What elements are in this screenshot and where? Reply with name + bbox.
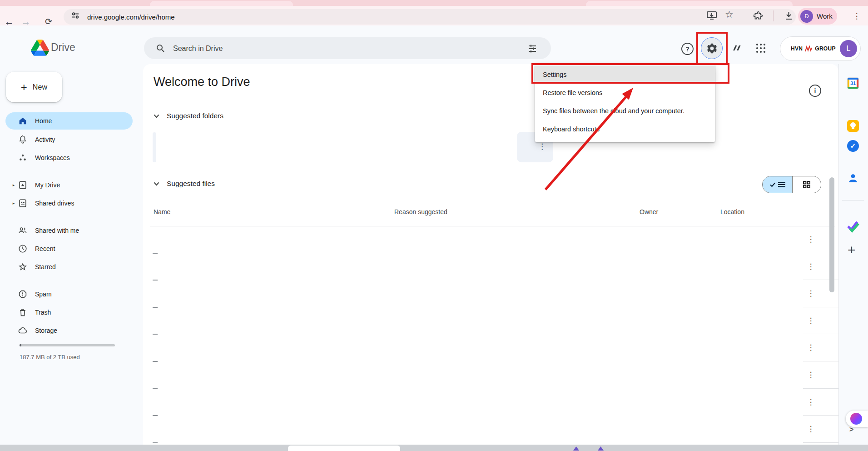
apps-grid-icon[interactable] <box>756 43 766 55</box>
table-row: ⋮ <box>150 416 838 443</box>
row-more-options-icon[interactable]: ⋮ <box>807 315 815 327</box>
org-name-left: HVN <box>791 45 803 52</box>
sidebar-item-storage[interactable]: Storage <box>5 322 133 339</box>
suggested-folders-header[interactable]: Suggested folders <box>154 112 223 120</box>
folder-more-options-icon[interactable]: ⋮ <box>538 143 545 150</box>
sidebar-item-label: Shared drives <box>35 200 74 207</box>
back-icon[interactable]: ← <box>2 12 16 31</box>
install-app-icon[interactable] <box>707 11 717 21</box>
sidebar-item-label: Trash <box>35 309 51 316</box>
menu-item-shortcuts[interactable]: Keyboard shortcuts <box>535 120 715 138</box>
sidebar-item-label: Starred <box>35 263 56 271</box>
chevron-down-icon <box>154 182 159 186</box>
sidebar-item-shared-with-me[interactable]: Shared with me <box>5 222 133 239</box>
browser-profile-chip[interactable]: Đ Work <box>798 8 837 25</box>
bell-icon <box>17 134 28 145</box>
settings-button[interactable] <box>701 37 723 59</box>
table-row: ⋮ <box>150 280 838 307</box>
tasks-icon[interactable]: ✓ <box>847 140 859 152</box>
extensions-icon[interactable] <box>754 11 763 22</box>
sidebar-item-my-drive[interactable]: ▸ My Drive <box>5 176 133 194</box>
shared-drives-icon <box>17 198 28 209</box>
grid-view-button[interactable] <box>793 176 821 193</box>
menu-item-sync[interactable]: Sync files between the cloud and your co… <box>535 102 715 120</box>
browser-menu-icon[interactable]: ⋮ <box>851 8 862 25</box>
sidebar-item-starred[interactable]: Starred <box>5 258 133 276</box>
star-icon <box>17 261 28 272</box>
keep-icon[interactable] <box>847 120 859 132</box>
scrollbar[interactable] <box>829 177 834 292</box>
drive-logo-icon[interactable] <box>31 40 49 58</box>
browser-tab-strip <box>0 0 868 6</box>
row-more-options-icon[interactable]: ⋮ <box>807 261 815 273</box>
account-avatar[interactable]: L <box>840 40 857 57</box>
search-bar[interactable] <box>144 37 551 59</box>
row-more-options-icon[interactable]: ⋮ <box>807 288 815 300</box>
sidebar-item-activity[interactable]: Activity <box>5 131 133 148</box>
taskbar-strip <box>0 445 868 451</box>
advanced-search-icon[interactable] <box>528 44 537 55</box>
extension-pill[interactable] <box>846 411 868 427</box>
row-more-options-icon[interactable]: ⋮ <box>807 423 815 435</box>
menu-item-settings[interactable]: Settings <box>535 65 715 84</box>
url-bar[interactable] <box>64 9 796 25</box>
column-header-owner[interactable]: Owner <box>640 208 658 215</box>
contacts-icon[interactable] <box>847 172 859 186</box>
account-button[interactable]: HVN GROUP L <box>780 36 861 61</box>
sidebar-item-shared-drives[interactable]: ▸ Shared drives <box>5 195 133 212</box>
profile-avatar: Đ <box>800 10 813 23</box>
sidebar-item-recent[interactable]: Recent <box>5 240 133 257</box>
reload-icon[interactable]: ⟳ <box>42 12 55 31</box>
new-button[interactable]: + New <box>6 72 62 102</box>
bookmark-star-icon[interactable]: ☆ <box>725 9 734 20</box>
brain-extension-icon <box>850 413 862 425</box>
gear-icon <box>706 42 718 55</box>
storage-progress-bar <box>20 344 115 346</box>
sidebar-item-label: Workspaces <box>35 154 70 161</box>
row-name-placeholder <box>153 442 158 443</box>
sidebar-item-trash[interactable]: Trash <box>5 304 133 321</box>
browser-tab[interactable] <box>150 1 293 6</box>
calendar-icon[interactable]: 31 <box>847 77 859 89</box>
row-more-options-icon[interactable]: ⋮ <box>807 369 815 381</box>
column-header-reason[interactable]: Reason suggested <box>394 208 447 215</box>
column-header-location[interactable]: Location <box>720 208 744 215</box>
help-icon[interactable]: ? <box>681 43 694 55</box>
addon-check-icon[interactable] <box>846 220 860 235</box>
row-more-options-icon[interactable]: ⋮ <box>807 234 815 246</box>
sidebar-item-home[interactable]: Home <box>5 112 133 130</box>
list-view-button[interactable] <box>763 176 793 193</box>
table-row: ⋮ <box>150 307 838 335</box>
expand-arrow-icon[interactable]: ▸ <box>10 183 17 187</box>
search-input[interactable] <box>172 37 483 60</box>
site-info-icon[interactable] <box>71 11 80 22</box>
clock-icon <box>17 243 28 254</box>
taskbar-search-notch <box>288 446 400 451</box>
storage-usage-text: 187.7 MB of 2 TB used <box>20 354 80 361</box>
people-icon <box>17 225 28 236</box>
search-icon[interactable] <box>156 44 165 55</box>
sidebar-item-spam[interactable]: Spam <box>5 286 133 303</box>
cloud-icon <box>17 325 28 336</box>
row-more-options-icon[interactable]: ⋮ <box>807 342 815 354</box>
menu-item-restore[interactable]: Restore file versions <box>535 84 715 102</box>
new-button-label: New <box>33 83 48 91</box>
expand-arrow-icon[interactable]: ▸ <box>10 201 17 205</box>
column-header-name[interactable]: Name <box>154 208 170 215</box>
add-panel-icon[interactable]: + <box>848 242 856 258</box>
forward-icon[interactable]: → <box>19 12 33 31</box>
collapse-chevron-icon[interactable]: > <box>849 426 853 434</box>
row-more-options-icon[interactable]: ⋮ <box>807 396 815 408</box>
org-name-right: GROUP <box>815 45 836 52</box>
download-icon[interactable] <box>784 11 794 22</box>
plus-icon: + <box>21 81 27 94</box>
settings-menu: Settings Restore file versions Sync file… <box>535 64 715 142</box>
my-drive-icon <box>17 180 28 190</box>
org-logo-icon <box>805 45 813 52</box>
workspace-promo-icon[interactable] <box>731 43 742 55</box>
section-label: Suggested files <box>167 180 215 188</box>
suggested-files-header[interactable]: Suggested files <box>154 180 215 188</box>
sidebar-item-workspaces[interactable]: Workspaces <box>5 149 133 166</box>
info-icon[interactable]: i <box>809 85 821 97</box>
browser-tab[interactable] <box>586 1 793 6</box>
